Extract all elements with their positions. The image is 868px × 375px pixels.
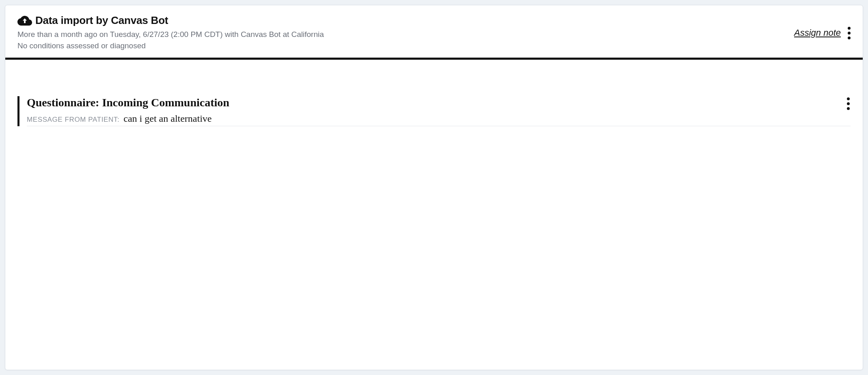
note-subtitle: More than a month ago on Tuesday, 6/27/2… [17,30,851,39]
entry-more-icon[interactable] [844,96,852,111]
note-card: Data import by Canvas Bot More than a mo… [5,5,863,370]
note-header: Data import by Canvas Bot More than a mo… [5,5,863,58]
message-row: MESSAGE FROM PATIENT: can i get an alter… [27,113,851,126]
message-label: MESSAGE FROM PATIENT: [27,116,119,124]
header-actions: Assign note [794,26,853,40]
message-value: can i get an alternative [123,113,212,124]
note-body: Questionnaire: Incoming Communication ME… [5,60,863,138]
questionnaire-entry: Questionnaire: Incoming Communication ME… [17,96,851,126]
note-title: Data import by Canvas Bot [35,14,168,27]
cloud-upload-icon [17,15,32,26]
title-row: Data import by Canvas Bot [17,14,851,27]
assign-note-link[interactable]: Assign note [794,28,841,38]
note-conditions: No conditions assessed or diagnosed [17,41,851,50]
header-more-icon[interactable] [845,26,853,40]
entry-title: Questionnaire: Incoming Communication [27,96,844,109]
